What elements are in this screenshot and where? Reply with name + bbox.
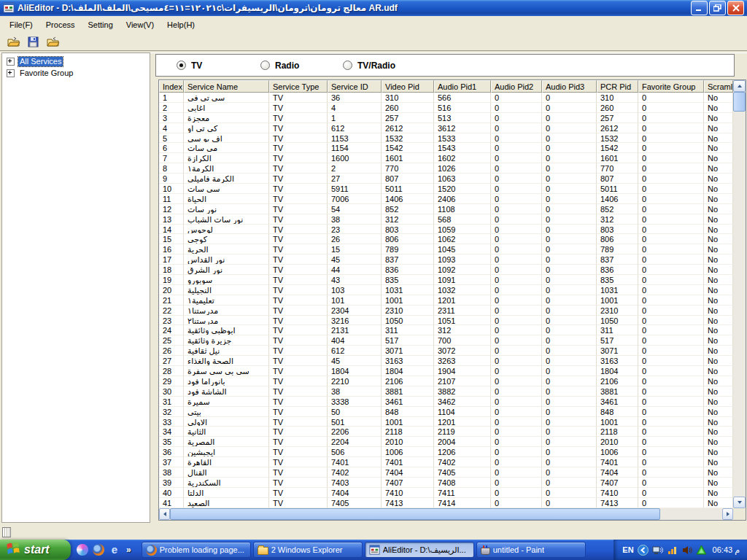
table-row[interactable]: 12نور ساتTV548521108008520No (159, 204, 733, 214)
menu-item-setting[interactable]: Setting (82, 18, 120, 31)
restore-button[interactable] (709, 1, 726, 15)
close-button[interactable] (727, 1, 744, 15)
table-row[interactable]: 4كى تى اوTV612261236120026120No (159, 123, 733, 133)
radio-option-tv[interactable]: TV (177, 61, 239, 71)
vertical-scrollbar[interactable] (733, 80, 746, 508)
table-row[interactable]: 38القنالTV7402740474050074040No (159, 467, 733, 478)
language-arrow-icon[interactable] (638, 545, 649, 556)
table-row[interactable]: 23مدرستنا٢TV3216105010510010500No (159, 316, 733, 326)
mini-scrollbar[interactable] (2, 527, 11, 537)
antivirus-triangle-icon[interactable] (696, 545, 707, 556)
column-header-service-id[interactable]: Service ID (328, 80, 382, 93)
table-row[interactable]: 8الكرمة١TV27701026007700No (159, 163, 733, 174)
horizontal-scrollbar[interactable] (159, 508, 733, 520)
table-row[interactable]: 40الدلتاTV7404741074110074100No (159, 488, 733, 498)
table-cell: 806 (597, 234, 638, 244)
table-row[interactable]: 41الصعيدTV7405741374140074130No (159, 498, 733, 508)
menu-item-viewv[interactable]: View(V) (120, 18, 160, 31)
menu-item-process[interactable]: Process (39, 18, 82, 31)
column-header-video-pid[interactable]: Video Pid (382, 80, 434, 93)
menu-item-filef[interactable]: File(F) (3, 18, 39, 31)
table-row[interactable]: 22مدرستنا١TV2304231023110023100No (159, 306, 733, 316)
table-row[interactable]: 10سى ساتTV5911501115200050110No (159, 184, 733, 194)
minimize-button[interactable] (691, 1, 708, 15)
table-cell: 7410 (597, 488, 638, 498)
open-file-button[interactable] (4, 34, 23, 50)
radio-button-icon[interactable] (177, 61, 186, 70)
radio-option-tv-radio[interactable]: TV/Radio (343, 61, 405, 71)
table-row[interactable]: 7الكرازةTV1600160116020016010No (159, 153, 733, 163)
table-row[interactable]: 2اغابىTV4260516002600No (159, 103, 733, 113)
menu-item-helph[interactable]: Help(H) (160, 18, 201, 31)
column-header-audio-pid2[interactable]: Audio Pid2 (491, 80, 542, 93)
column-header-scraml[interactable]: Scraml (704, 80, 733, 93)
table-row[interactable]: 21تعليمية١TV101100112010010010No (159, 295, 733, 306)
task-button-folder[interactable]: 2 Windows Explorer (253, 542, 363, 558)
table-row[interactable]: 36ايجبشينTV506100612060010060No (159, 447, 733, 457)
start-button[interactable]: start (0, 540, 71, 560)
column-header-service-type[interactable]: Service Type (269, 80, 328, 93)
task-button-firefox[interactable]: Problem loading page... (142, 542, 251, 558)
table-row[interactable]: 15كوجىTV268061062008060No (159, 234, 733, 244)
swirl-browser-icon[interactable] (77, 544, 88, 556)
table-row[interactable]: 13نور سات الشبابTV38312568003120No (159, 214, 733, 225)
table-row[interactable]: 17نور القداسTV458371093008370No (159, 254, 733, 265)
table-row[interactable]: 20النجيليةTV103103110320010310No (159, 285, 733, 295)
save-file-button[interactable] (24, 34, 42, 50)
column-header-index[interactable]: Index (159, 80, 184, 93)
table-row[interactable]: 18نور الشرقTV448361092008360No (159, 265, 733, 275)
table-row[interactable]: 35المصريةTV2204201020040020100No (159, 437, 733, 447)
table-row[interactable]: 37القاهرةTV7401740174020074010No (159, 457, 733, 467)
table-row[interactable]: 24ابوظبى وثائقيةTV2131311312003110No (159, 325, 733, 335)
table-row[interactable]: 34الثانيةTV2206211821190021180No (159, 427, 733, 437)
table-row[interactable]: 32بيتىTV508481104008480No (159, 407, 733, 417)
column-header-pcr-pid[interactable]: PCR Pid (597, 80, 638, 93)
network-computer-icon[interactable] (652, 545, 663, 556)
scroll-right-button[interactable] (722, 508, 733, 520)
table-row[interactable]: 9الكرمة فاميلىTV278071063008070No (159, 174, 733, 184)
task-button-paint[interactable]: untitled - Paint (476, 542, 586, 558)
scroll-up-button[interactable] (733, 80, 746, 92)
table-row[interactable]: 1سى تي فىTV36310566003100No (159, 93, 733, 103)
expand-plus-icon[interactable] (7, 69, 15, 77)
table-row[interactable]: 27الصحة والغذاءTV45316332630031630No (159, 356, 733, 366)
table-row[interactable]: 6مى ساتTV1154154215430015420No (159, 143, 733, 153)
table-row[interactable]: 30الشاشة فودTV38388138820038810No (159, 386, 733, 397)
column-header-audio-pid1[interactable]: Audio Pid1 (434, 80, 491, 93)
table-row[interactable]: 25جزيرة وثائقيةTV404517700005170No (159, 335, 733, 346)
table-row[interactable]: 26نيل ثقافيةTV612307130720030710No (159, 346, 733, 356)
tree-item-all-services[interactable]: All Services (2, 55, 150, 67)
column-header-audio-pid3[interactable]: Audio Pid3 (542, 80, 597, 93)
speaker-icon[interactable] (681, 545, 692, 556)
tree-item-favorite-group[interactable]: Favorite Group (2, 67, 150, 79)
expand-plus-icon[interactable] (7, 58, 15, 66)
language-indicator[interactable]: EN (622, 545, 633, 554)
table-row[interactable]: 31سميرةTV3338346134620034610No (159, 397, 733, 407)
table-row[interactable]: 33الاولىTV501100112010010010No (159, 417, 733, 427)
open-folder-button[interactable] (44, 34, 62, 50)
task-button-alieditor[interactable]: AliEditor - D:\الريسيف... (365, 542, 474, 558)
firefox-icon[interactable] (93, 544, 104, 556)
table-row[interactable]: 11الحياةTV7006140624060014060No (159, 194, 733, 204)
table-row[interactable]: 39السكندريةTV7403740774080074070No (159, 478, 733, 488)
scroll-down-button[interactable] (733, 497, 746, 508)
column-header-favorite-group[interactable]: Favorite Group (638, 80, 704, 93)
scroll-left-button[interactable] (159, 508, 170, 520)
table-row[interactable]: 5اف يو سىTV1153153215330015320No (159, 133, 733, 144)
table-row[interactable]: 16الحريةTV157891045007890No (159, 244, 733, 254)
horizontal-scroll-thumb[interactable] (170, 508, 660, 520)
table-row[interactable]: 14لوجوسTV238031059008030No (159, 225, 733, 235)
table-row[interactable]: 29بانوراما فودTV2210210621070021060No (159, 376, 733, 386)
internet-explorer-icon[interactable]: e (109, 544, 120, 556)
vertical-scroll-thumb[interactable] (733, 92, 746, 112)
radio-button-icon[interactable] (343, 61, 352, 70)
table-cell: 1601 (597, 153, 638, 163)
table-row[interactable]: 19سوبوروTV438351091008350No (159, 275, 733, 285)
signal-bars-icon[interactable] (667, 545, 678, 556)
column-header-service-name[interactable]: Service Name (184, 80, 269, 93)
radio-button-icon[interactable] (260, 61, 270, 70)
quick-launch-overflow-chevron[interactable]: » (125, 545, 133, 555)
radio-option-radio[interactable]: Radio (260, 61, 322, 71)
table-row[interactable]: 28سى بى سى سفرةTV1804180419040018040No (159, 366, 733, 376)
table-row[interactable]: 3معجزةTV1257513002570No (159, 113, 733, 123)
